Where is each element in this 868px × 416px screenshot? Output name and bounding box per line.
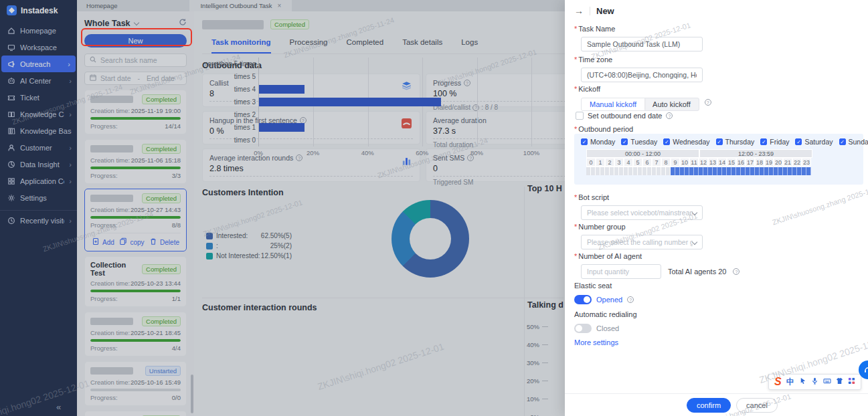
kickoff-option-manual-kickoff[interactable]: Manual kickoff: [582, 98, 644, 110]
schedule-cell[interactable]: [642, 167, 647, 175]
schedule-cell[interactable]: [610, 167, 614, 175]
sidebar-collapse-icon[interactable]: «: [56, 402, 61, 412]
schedule-cell[interactable]: [778, 167, 783, 175]
schedule-cell[interactable]: [685, 167, 689, 175]
schedule-cell[interactable]: [774, 167, 778, 175]
sidebar-item-ticket[interactable]: Ticket: [0, 89, 77, 106]
schedule-cell[interactable]: [760, 167, 764, 175]
checkbox-checked-icon[interactable]: ✓: [795, 138, 802, 145]
delete-button[interactable]: Delete: [149, 237, 179, 247]
schedule-cell[interactable]: [783, 167, 788, 175]
checkbox-checked-icon[interactable]: ✓: [760, 138, 767, 145]
info-icon[interactable]: ?: [733, 268, 740, 275]
checkbox-checked-icon[interactable]: ✓: [663, 138, 670, 145]
schedule-cell[interactable]: [741, 167, 746, 175]
close-icon[interactable]: ×: [278, 2, 282, 9]
schedule-cell[interactable]: [638, 167, 642, 175]
sidebar-item-recently-visited[interactable]: Recently visited›: [0, 210, 77, 229]
tab-logs[interactable]: Logs: [461, 38, 478, 54]
weekday-friday[interactable]: ✓Friday: [760, 138, 789, 146]
schedule-cell[interactable]: [713, 167, 717, 175]
start-date-field[interactable]: Start date: [100, 74, 131, 82]
cancel-button[interactable]: cancel: [736, 398, 778, 413]
task-card[interactable]: Collection TestCompletedCreation time:20…: [84, 256, 187, 307]
schedule-cell[interactable]: [708, 167, 713, 175]
schedule-cell[interactable]: [600, 167, 605, 175]
auto-redial-toggle[interactable]: [574, 324, 592, 333]
sogou-logo-icon[interactable]: S: [774, 376, 782, 388]
schedule-cell[interactable]: [628, 167, 633, 175]
task-card[interactable]: CompletedCreation time:2025-11-19 19:00P…: [84, 90, 187, 134]
schedule-cell[interactable]: [666, 167, 671, 175]
schedule-cell[interactable]: [652, 167, 657, 175]
checkbox-checked-icon[interactable]: ✓: [581, 138, 588, 145]
kickoff-option-auto-kickoff[interactable]: Auto kickoff: [644, 98, 699, 110]
chevron-down-icon[interactable]: [133, 19, 139, 25]
task-card[interactable]: CompletedCreation time:2025-10-21 18:45P…: [84, 312, 187, 356]
sidebar-item-knowledge-base[interactable]: Knowledge Base: [0, 122, 77, 139]
schedule-cell[interactable]: [764, 167, 769, 175]
keyboard-icon[interactable]: [823, 377, 831, 387]
schedule-cell[interactable]: [703, 167, 708, 175]
schedule-cell[interactable]: [657, 167, 661, 175]
schedule-cell[interactable]: [717, 167, 722, 175]
schedule-cell[interactable]: [750, 167, 755, 175]
schedule-cell[interactable]: [661, 167, 666, 175]
elastic-seat-toggle[interactable]: [574, 295, 592, 304]
schedule-cell[interactable]: [633, 167, 638, 175]
task-filter-dropdown[interactable]: Whole Task: [84, 19, 131, 28]
weekday-tuesday[interactable]: ✓Tuesday: [621, 138, 657, 146]
sidebar-item-outreach[interactable]: Outreach›: [1, 56, 76, 72]
weekday-monday[interactable]: ✓Monday: [581, 138, 615, 146]
schedule-cell[interactable]: [675, 167, 680, 175]
schedule-cell[interactable]: [755, 167, 760, 175]
tab-task-monitoring[interactable]: Task monitoring: [211, 38, 271, 54]
sidebar-item-settings[interactable]: Settings: [0, 189, 77, 206]
ime-menu-grid-icon[interactable]: [848, 377, 855, 387]
info-icon[interactable]: ?: [705, 99, 711, 106]
schedule-cell[interactable]: [671, 167, 675, 175]
schedule-cell[interactable]: [788, 167, 792, 175]
copy-button[interactable]: copy: [119, 237, 144, 247]
more-settings-link[interactable]: More settings: [574, 338, 618, 346]
schedule-cell[interactable]: [586, 167, 591, 175]
end-date-checkbox[interactable]: [576, 112, 584, 120]
checkbox-checked-icon[interactable]: ✓: [621, 138, 628, 145]
tab-processing[interactable]: Processing: [290, 38, 328, 54]
sidebar-item-customer[interactable]: Customer›: [0, 139, 77, 156]
ai-agent-quantity-input[interactable]: [581, 264, 661, 279]
task-search[interactable]: [84, 54, 187, 67]
info-icon[interactable]: ?: [627, 296, 634, 303]
schedule-cell[interactable]: [596, 167, 600, 175]
schedule-cell[interactable]: [689, 167, 694, 175]
window-tab-intelligent-outbound-task[interactable]: Intelligent Outbound Task×: [189, 0, 292, 11]
schedule-cell[interactable]: [614, 167, 619, 175]
schedule-cell[interactable]: [727, 167, 731, 175]
end-date-field[interactable]: End date: [147, 74, 175, 82]
schedule-cell[interactable]: [619, 167, 624, 175]
task-card[interactable]: UnstartedCreation time:2025-10-16 15:49P…: [84, 361, 187, 406]
schedule-cell[interactable]: [746, 167, 750, 175]
schedule-cell[interactable]: [647, 167, 652, 175]
weekday-sunday[interactable]: ✓Sunday: [839, 138, 868, 146]
sidebar-item-knowledge-center[interactable]: Knowledge Center›: [0, 106, 77, 122]
schedule-cell[interactable]: [624, 167, 628, 175]
bot-script-select[interactable]: Please select voicebot/mainstream proces…: [581, 205, 703, 220]
schedule-cell[interactable]: [699, 167, 703, 175]
sidebar-item-application-center[interactable]: Application Center›: [0, 173, 77, 189]
chinese-mode-icon[interactable]: 中: [786, 377, 794, 388]
schedule-cell[interactable]: [797, 167, 802, 175]
schedule-cell[interactable]: [802, 167, 806, 175]
scrollbar[interactable]: [191, 375, 193, 413]
task-card[interactable]: CompletedCreation time:2025-11-06 15:18P…: [84, 139, 187, 184]
schedule-cell[interactable]: [736, 167, 741, 175]
schedule-cell[interactable]: [769, 167, 774, 175]
sidebar-item-data-insight[interactable]: Data Insight›: [0, 156, 77, 173]
schedule-cell[interactable]: [680, 167, 685, 175]
sidebar-item-workspace[interactable]: Workspace: [0, 39, 77, 56]
search-input[interactable]: [100, 56, 181, 64]
time-zone-input[interactable]: [581, 68, 703, 82]
skin-shirt-icon[interactable]: [836, 377, 843, 387]
mic-icon[interactable]: [811, 377, 818, 387]
date-range-picker[interactable]: Start date - End date: [84, 72, 187, 85]
